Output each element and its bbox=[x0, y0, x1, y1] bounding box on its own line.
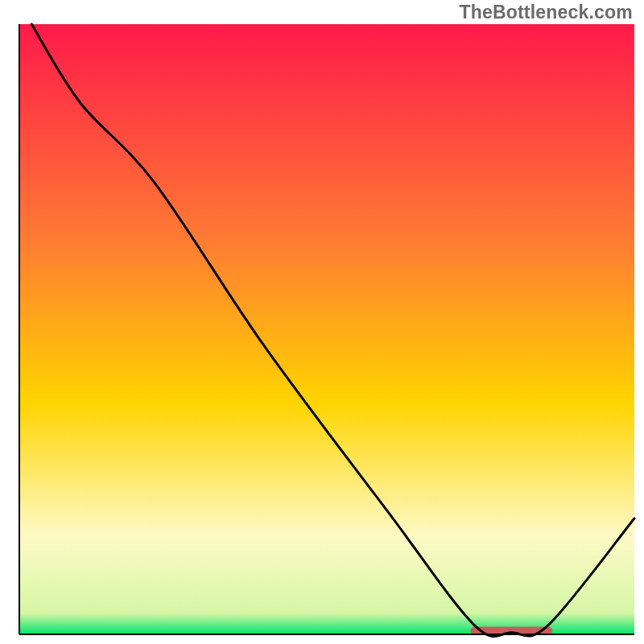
gradient-background bbox=[19, 24, 634, 634]
chart-container: TheBottleneck.com bbox=[0, 0, 644, 644]
plot-area bbox=[19, 24, 634, 637]
line-chart bbox=[0, 0, 644, 644]
watermark-text: TheBottleneck.com bbox=[459, 2, 633, 23]
